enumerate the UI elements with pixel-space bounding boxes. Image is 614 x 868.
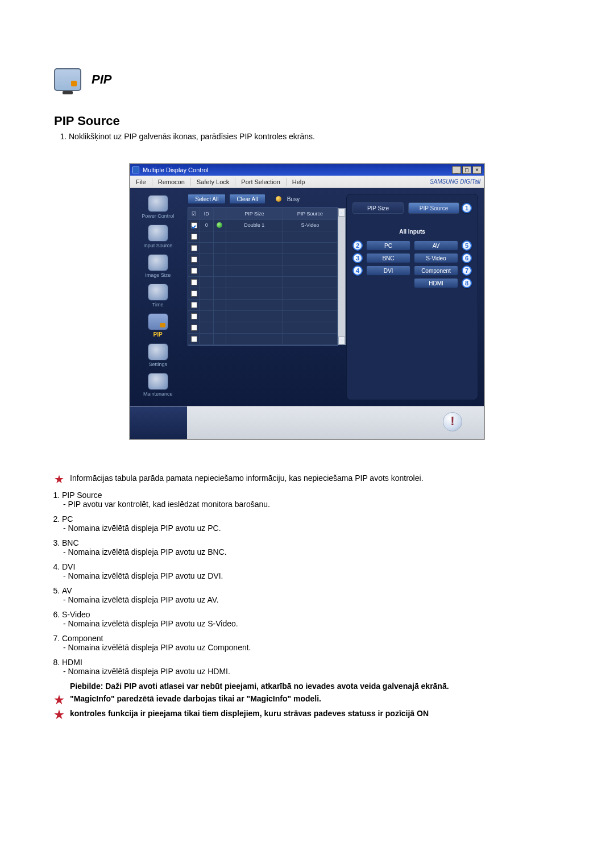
cell-check[interactable] <box>188 276 200 288</box>
cell-check[interactable] <box>188 219 200 231</box>
description-item: DVI- Nomaina izvēlētā displeja PIP avotu… <box>62 562 560 580</box>
tab-pip-size[interactable]: PIP Size <box>352 202 404 214</box>
cell-id <box>200 254 213 265</box>
menu-safety-lock[interactable]: Safety Lock <box>191 178 235 185</box>
footer-left <box>130 406 187 439</box>
cell-check[interactable] <box>188 310 200 322</box>
table-row[interactable] <box>188 242 337 254</box>
footer-main: ! <box>187 406 484 439</box>
col-check[interactable]: ☑ <box>188 208 200 219</box>
table-row[interactable] <box>188 231 337 242</box>
input-svideo-button[interactable]: S-Video <box>414 253 458 263</box>
input-hdmi-button[interactable]: HDMI <box>414 278 458 288</box>
scrollbar[interactable]: ▲ ▼ <box>338 208 346 345</box>
cell-source <box>283 265 337 276</box>
sidebar-item-label: Input Source <box>143 243 172 248</box>
table-header-row: ☑ ID PIP Size PIP Source <box>188 208 337 219</box>
sidebar-item-settings[interactable]: Settings <box>133 342 183 371</box>
cell-size <box>226 276 283 288</box>
cell-id <box>200 265 213 276</box>
item-sub: - Nomaina izvēlētā displeja PIP avotu uz… <box>63 667 230 676</box>
sidebar-item-pip[interactable]: PIP <box>133 312 183 341</box>
select-all-button[interactable]: Select All <box>188 194 226 204</box>
item-sub: - Nomaina izvēlētā displeja PIP avotu uz… <box>63 595 219 604</box>
input-pc-button[interactable]: PC <box>366 240 410 251</box>
scroll-up-button[interactable]: ▲ <box>338 209 345 217</box>
cell-led <box>213 254 226 265</box>
info-row: ★ Informācijas tabula parāda pamata nepi… <box>54 474 560 485</box>
cell-check[interactable] <box>188 288 200 299</box>
table-row[interactable] <box>188 265 337 276</box>
menu-help[interactable]: Help <box>287 178 311 185</box>
col-id[interactable]: ID <box>200 208 213 219</box>
cell-check[interactable] <box>188 231 200 242</box>
table-row[interactable] <box>188 322 337 333</box>
cell-check[interactable] <box>188 254 200 265</box>
table-row[interactable] <box>188 288 337 299</box>
sidebar: Power Control Input Source Image Size Ti… <box>130 188 185 406</box>
input-component-button[interactable]: Component <box>414 265 458 276</box>
window-close-button[interactable]: × <box>472 166 482 174</box>
callout-4: 4 <box>352 265 363 276</box>
window-minimize-button[interactable]: _ <box>452 166 461 174</box>
table-row[interactable]: 0Double 1S-Video <box>188 219 337 231</box>
table-row[interactable] <box>188 254 337 265</box>
cell-source <box>283 276 337 288</box>
sidebar-item-label: Power Control <box>142 213 174 219</box>
power-icon <box>148 195 168 212</box>
cell-led <box>213 288 226 299</box>
pip-tabs: PIP Size PIP Source 1 <box>352 202 472 214</box>
item-title: DVI <box>62 562 75 571</box>
scroll-down-button[interactable]: ▼ <box>338 337 345 344</box>
menu-port-selection[interactable]: Port Selection <box>235 178 285 185</box>
cell-id <box>200 276 213 288</box>
cell-size <box>226 333 283 344</box>
input-av-button[interactable]: AV <box>414 240 458 251</box>
right-panel: PIP Size PIP Source 1 All Inputs 2 PC AV… <box>346 194 478 400</box>
cell-check[interactable] <box>188 299 200 310</box>
info-text: Informācijas tabula parāda pamata nepiec… <box>70 474 424 485</box>
cell-check[interactable] <box>188 322 200 333</box>
col-led[interactable] <box>213 208 226 219</box>
cell-check[interactable] <box>188 265 200 276</box>
item-sub: - PIP avotu var kontrolēt, kad ieslēdzat… <box>63 500 270 509</box>
callout-3: 3 <box>352 253 363 263</box>
menu-file[interactable]: File <box>130 178 152 185</box>
cell-led <box>213 310 226 322</box>
col-source[interactable]: PIP Source <box>283 208 337 219</box>
image-size-icon <box>148 254 168 271</box>
clear-all-button[interactable]: Clear All <box>229 194 265 204</box>
table-row[interactable] <box>188 333 337 344</box>
cell-source <box>283 322 337 333</box>
bold-note-1: ★ "MagicInfo" paredzētā ievade darbojas … <box>54 694 560 705</box>
col-size[interactable]: PIP Size <box>226 208 283 219</box>
cell-size <box>226 242 283 254</box>
input-bnc-button[interactable]: BNC <box>366 253 410 263</box>
cell-size <box>226 299 283 310</box>
sidebar-item-input[interactable]: Input Source <box>133 223 183 252</box>
table-row[interactable] <box>188 299 337 310</box>
input-dvi-button[interactable]: DVI <box>366 265 410 276</box>
description-item: AV- Nomaina izvēlētā displeja PIP avotu … <box>62 586 560 604</box>
window-maximize-button[interactable]: □ <box>462 166 471 174</box>
tab-pip-source[interactable]: PIP Source <box>408 202 459 214</box>
cell-check[interactable] <box>188 242 200 254</box>
table-row[interactable] <box>188 310 337 322</box>
sidebar-item-label: Time <box>152 302 164 308</box>
sidebar-item-power[interactable]: Power Control <box>133 194 183 222</box>
cell-size <box>226 254 283 265</box>
menu-remocon[interactable]: Remocon <box>152 178 190 185</box>
cell-check[interactable] <box>188 333 200 344</box>
cell-id <box>200 231 213 242</box>
sidebar-item-time[interactable]: Time <box>133 283 183 311</box>
table-row[interactable] <box>188 276 337 288</box>
sidebar-item-maintenance[interactable]: Maintenance <box>133 372 183 400</box>
item-title: BNC <box>62 538 79 547</box>
info-alert-icon[interactable]: ! <box>443 412 462 431</box>
description-item: Component- Nomaina izvēlētā displeja PIP… <box>62 634 560 652</box>
star-icon: ★ <box>54 709 64 720</box>
busy-indicator-icon <box>276 196 281 202</box>
sidebar-item-image-size[interactable]: Image Size <box>133 253 183 281</box>
cell-led <box>213 231 226 242</box>
callout-2: 2 <box>352 240 363 251</box>
